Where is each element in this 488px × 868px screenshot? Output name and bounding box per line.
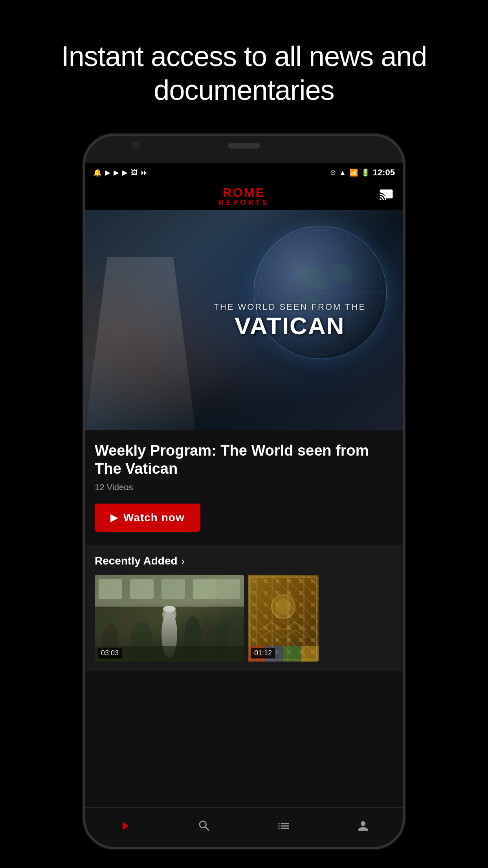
app-header: ROME REPORTS (85, 182, 403, 210)
svg-point-15 (201, 620, 216, 660)
phone-mockup: 🔔 ▶ ▶ ▶ 🖼 ⏭ ⊝ ▲ 📶 🔋 12:05 ROME REPORTS (83, 134, 405, 849)
video-thumbnails: 03:03 (95, 575, 393, 662)
cast-icon (379, 188, 393, 202)
nav-play-icon (118, 819, 132, 836)
play-icon-1: ▶ (105, 168, 110, 177)
play-triangle-icon: ▶ (110, 512, 118, 523)
watch-now-button[interactable]: ▶ Watch now (95, 504, 200, 532)
svg-point-12 (162, 607, 176, 622)
image-icon: 🖼 (131, 169, 138, 177)
content-info: Weekly Program: The World seen from The … (85, 430, 403, 541)
battery-icon: 🔋 (361, 168, 370, 177)
hero-section: Instant access to all news and documenta… (0, 39, 488, 107)
banner-subtitle: THE WORLD SEEN FROM THE (213, 302, 366, 312)
svg-rect-19 (99, 579, 122, 599)
nav-profile-icon (356, 819, 370, 836)
status-icons-left: 🔔 ▶ ▶ ▶ 🖼 ⏭ (93, 168, 148, 177)
svg-point-17 (228, 618, 244, 662)
notification-icon: 🔔 (93, 168, 102, 177)
globe-background (253, 226, 387, 359)
svg-point-13 (163, 606, 176, 612)
phone-camera (132, 142, 139, 149)
section-header: Recently Added › (95, 555, 393, 567)
nav-item-search[interactable] (197, 819, 211, 836)
svg-rect-23 (216, 579, 240, 599)
volume-down-button (83, 313, 84, 352)
banner-text-overlay: THE WORLD SEEN FROM THE VATICAN (213, 302, 366, 338)
cast-button[interactable] (379, 188, 393, 205)
power-button (404, 254, 405, 285)
section-arrow-icon[interactable]: › (182, 555, 185, 567)
svg-point-14 (184, 616, 202, 660)
logo-reports: REPORTS (218, 199, 269, 206)
svg-rect-40 (301, 646, 319, 662)
do-not-disturb-icon: ⊝ (330, 168, 336, 177)
svg-rect-39 (283, 646, 301, 662)
status-bar: 🔔 ▶ ▶ ▶ 🖼 ⏭ ⊝ ▲ 📶 🔋 12:05 (85, 163, 403, 182)
play-icon-2: ▶ (114, 168, 119, 177)
banner-main-title: VATICAN (235, 312, 345, 339)
svg-rect-21 (161, 579, 185, 599)
app-content: THE WORLD SEEN FROM THE VATICAN Weekly P… (85, 210, 403, 847)
hero-title: Instant access to all news and documenta… (24, 39, 464, 107)
nav-search-icon (197, 819, 211, 836)
nav-item-list[interactable] (277, 819, 291, 836)
play-nav-icon (118, 819, 132, 833)
list-nav-icon (277, 819, 291, 833)
video-thumbnail-1[interactable]: 03:03 (95, 575, 244, 662)
bottom-nav (85, 807, 403, 847)
media-icon: ⏭ (141, 169, 148, 177)
watch-now-label: Watch now (123, 511, 185, 524)
logo-rome: ROME (218, 186, 269, 199)
profile-nav-icon (356, 819, 370, 833)
svg-point-11 (161, 611, 177, 658)
recently-added-section: Recently Added › (85, 545, 403, 671)
volume-up-button (83, 266, 84, 305)
status-time: 12:05 (373, 167, 395, 178)
video-thumbnail-2[interactable]: 01:12 (248, 575, 319, 662)
signal-icon: 📶 (349, 168, 358, 177)
section-title: Recently Added (95, 555, 178, 567)
nav-list-icon (277, 819, 291, 836)
status-icons-right: ⊝ ▲ 📶 🔋 12:05 (330, 167, 395, 178)
svg-rect-20 (130, 579, 154, 599)
nav-item-play[interactable] (118, 819, 132, 836)
video-count: 12 Videos (95, 482, 393, 493)
video-duration-1: 03:03 (98, 648, 122, 658)
featured-banner[interactable]: THE WORLD SEEN FROM THE VATICAN (85, 210, 403, 430)
volume-mute-button (83, 230, 84, 254)
nav-item-profile[interactable] (356, 819, 370, 836)
svg-point-16 (215, 622, 234, 662)
wifi-icon: ▲ (339, 169, 346, 177)
app-logo: ROME REPORTS (218, 186, 269, 206)
search-nav-icon (197, 819, 211, 833)
content-title: Weekly Program: The World seen from The … (95, 442, 393, 478)
play-icon-3: ▶ (122, 168, 128, 177)
video-duration-2: 01:12 (251, 648, 275, 658)
svg-point-35 (275, 599, 291, 614)
phone-speaker (228, 143, 260, 149)
svg-point-10 (131, 622, 153, 662)
svg-rect-22 (193, 579, 216, 599)
